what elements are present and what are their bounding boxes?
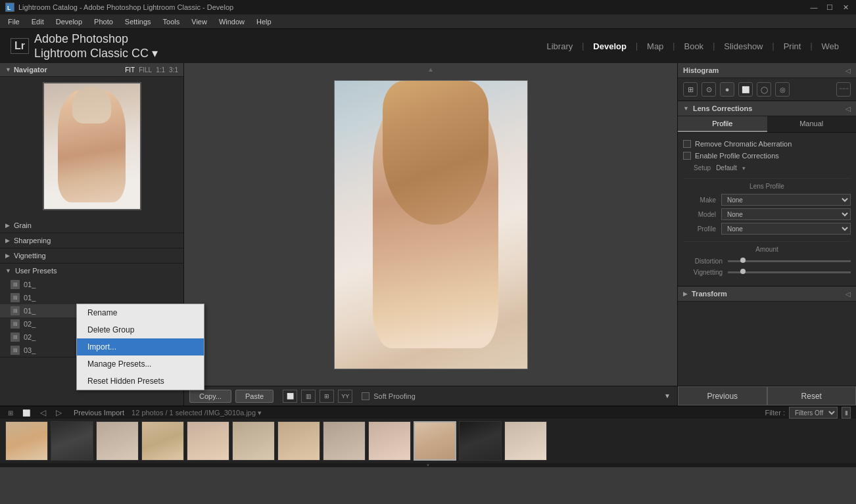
navigator-header[interactable]: ▼ Navigator FIT FILL 1:1 3:1 xyxy=(0,63,183,77)
before-after-icon[interactable]: YY xyxy=(338,390,352,403)
filmstrip-collapse[interactable]: ▮ xyxy=(842,407,851,419)
preset-item-1[interactable]: ▤ 01_ xyxy=(0,278,183,291)
window-controls[interactable]: — ☐ ✕ xyxy=(809,3,851,12)
preset-label-2: 01_ xyxy=(24,294,36,302)
menu-tools[interactable]: Tools xyxy=(158,16,185,27)
menu-view[interactable]: View xyxy=(186,16,212,27)
module-develop[interactable]: Develop xyxy=(586,39,633,54)
filter-select[interactable]: Filters Off xyxy=(789,407,838,419)
right-panel: Histogram ◁ ⊞ ⊙ ● ⬜ ◯ ◎ ⁻⁻⁻ ▼ Lens Corre… xyxy=(677,63,856,405)
loupe-view-icon[interactable]: ⬜ xyxy=(283,390,297,403)
filmstrip-thumb-12[interactable] xyxy=(504,421,547,461)
ctx-rename[interactable]: Rename xyxy=(77,304,204,321)
model-row: Model None xyxy=(683,207,851,221)
close-button[interactable]: ✕ xyxy=(840,3,851,12)
filmstrip-thumb-4[interactable] xyxy=(141,421,184,461)
transform-collapse[interactable]: ◁ xyxy=(845,290,851,298)
zoom-1-1[interactable]: 1:1 xyxy=(156,66,165,74)
module-book[interactable]: Book xyxy=(677,39,710,54)
next-nav-button[interactable]: ▷ xyxy=(53,407,64,419)
ctx-delete-group[interactable]: Delete Group xyxy=(77,321,204,338)
module-slideshow[interactable]: Slideshow xyxy=(717,39,769,54)
section-user-presets-header[interactable]: ▼ User Presets xyxy=(0,263,183,278)
section-sharpening-header[interactable]: ▶ Sharpening xyxy=(0,233,183,248)
profile-select[interactable]: None xyxy=(721,223,851,235)
filmstrip-bottom: ▼ xyxy=(0,463,856,467)
lens-corrections-collapse[interactable]: ◁ xyxy=(845,105,851,112)
spot-removal-icon[interactable]: ⊙ xyxy=(701,82,716,97)
crop-tool-icon[interactable]: ⊞ xyxy=(683,82,698,97)
filmstrip-thumb-10[interactable] xyxy=(414,421,456,461)
paste-button[interactable]: Paste xyxy=(235,390,273,403)
filmstrip-thumb-5[interactable] xyxy=(187,421,229,461)
filmstrip-thumb-11[interactable] xyxy=(459,421,502,461)
filmstrip-thumb-8[interactable] xyxy=(323,421,366,461)
tab-profile[interactable]: Profile xyxy=(678,116,767,132)
menu-settings[interactable]: Settings xyxy=(120,16,156,27)
filmstrip-thumb-6[interactable] xyxy=(232,421,275,461)
filmstrip-thumb-2[interactable] xyxy=(51,421,93,461)
copy-button[interactable]: Copy... xyxy=(189,390,231,403)
vignetting-arrow: ▶ xyxy=(5,252,10,259)
ctx-import[interactable]: Import... xyxy=(77,338,204,355)
filename-dropdown[interactable]: ▾ xyxy=(258,409,262,417)
histogram-header[interactable]: Histogram ◁ xyxy=(678,63,856,78)
compare-view-icon[interactable]: ▥ xyxy=(301,390,316,403)
module-web[interactable]: Web xyxy=(815,39,846,54)
toolbar-dropdown-arrow[interactable]: ▼ xyxy=(663,390,672,403)
zoom-fit[interactable]: FIT xyxy=(125,66,135,74)
loupe-view-button[interactable]: ⬜ xyxy=(20,408,33,418)
prev-nav-button[interactable]: ◁ xyxy=(37,407,49,419)
module-print[interactable]: Print xyxy=(777,39,808,54)
zoom-fill[interactable]: FILL xyxy=(139,66,152,74)
menu-file[interactable]: File xyxy=(3,16,25,27)
vignetting-slider[interactable] xyxy=(728,271,851,273)
module-library[interactable]: Library xyxy=(540,39,579,54)
adjustment-brush-icon[interactable]: ◎ xyxy=(775,82,790,97)
model-select[interactable]: None xyxy=(721,208,851,220)
enable-profile-checkbox[interactable] xyxy=(683,152,691,160)
setup-dropdown-arrow[interactable]: ▾ xyxy=(742,165,746,172)
tab-manual[interactable]: Manual xyxy=(767,116,857,132)
svg-text:L: L xyxy=(7,5,11,11)
menu-help[interactable]: Help xyxy=(251,16,277,27)
zoom-3-1[interactable]: 3:1 xyxy=(169,66,178,74)
preset-item-2[interactable]: ▤ 01_ xyxy=(0,291,183,304)
menu-window[interactable]: Window xyxy=(214,16,250,27)
menu-photo[interactable]: Photo xyxy=(89,16,118,27)
titlebar-left: L Lightroom Catalog - Adobe Photoshop Li… xyxy=(5,3,233,12)
distortion-slider[interactable] xyxy=(728,260,851,262)
transform-header[interactable]: ▶ Transform ◁ xyxy=(678,286,856,302)
graduated-filter-icon[interactable]: ⬜ xyxy=(738,82,753,97)
grid-view-button[interactable]: ⊞ xyxy=(5,408,16,418)
red-eye-icon[interactable]: ● xyxy=(720,82,734,97)
maximize-button[interactable]: ☐ xyxy=(824,3,835,12)
previous-button[interactable]: Previous xyxy=(678,386,767,405)
lens-corrections-header[interactable]: ▼ Lens Corrections ◁ xyxy=(678,101,856,116)
filmstrip-thumb-7[interactable] xyxy=(277,421,320,461)
ctx-manage-presets[interactable]: Manage Presets... xyxy=(77,355,204,373)
module-picker: Library | Develop | Map | Book | Slidesh… xyxy=(540,39,845,54)
filmstrip-thumb-3[interactable] xyxy=(96,421,139,461)
menu-develop[interactable]: Develop xyxy=(51,16,87,27)
section-grain-header[interactable]: ▶ Grain xyxy=(0,218,183,233)
preset-label-1: 01_ xyxy=(24,281,36,288)
make-select[interactable]: None xyxy=(721,194,851,206)
soft-proofing-checkbox[interactable] xyxy=(362,392,369,400)
reset-button[interactable]: Reset xyxy=(767,386,857,405)
tone-curve-icon[interactable]: ⁻⁻⁻ xyxy=(836,82,851,97)
survey-view-icon[interactable]: ⊞ xyxy=(320,390,334,403)
radial-filter-icon[interactable]: ◯ xyxy=(757,82,771,97)
filmstrip-thumb-1[interactable] xyxy=(5,421,48,461)
module-map[interactable]: Map xyxy=(640,39,670,54)
lr-badge: Lr xyxy=(11,38,29,54)
section-vignetting-header[interactable]: ▶ Vignetting xyxy=(0,248,183,263)
ctx-reset-hidden[interactable]: Reset Hidden Presets xyxy=(77,373,204,390)
filmstrip-thumb-9[interactable] xyxy=(368,421,411,461)
menu-edit[interactable]: Edit xyxy=(26,16,49,27)
histogram-collapse-icon[interactable]: ◁ xyxy=(845,67,851,74)
amount-title: Amount xyxy=(683,246,851,253)
amount-section: Amount Distortion Vignetting xyxy=(683,241,851,278)
minimize-button[interactable]: — xyxy=(809,3,819,12)
remove-chromatic-checkbox[interactable] xyxy=(683,140,691,148)
